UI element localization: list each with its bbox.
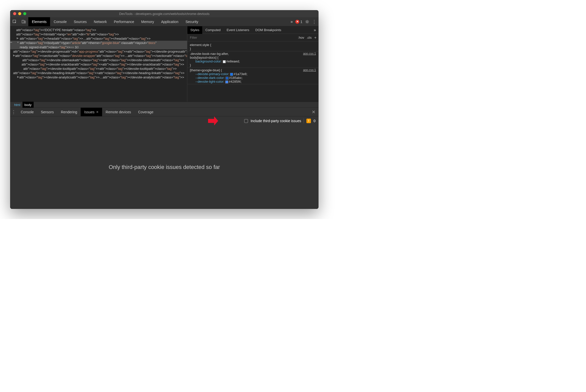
issues-count: 0	[313, 119, 315, 123]
dom-line[interactable]: attr">class="tag"><devsite-snackbarattr"…	[10, 62, 187, 67]
breadcrumb-body[interactable]: body	[22, 102, 34, 108]
overflow-tabs-button[interactable]: »	[288, 19, 295, 24]
styles-tab-styles[interactable]: Styles	[187, 26, 202, 34]
drawer-tab-remote-devices[interactable]: Remote devices	[102, 108, 134, 116]
styles-overflow-button[interactable]: »	[311, 28, 319, 32]
styles-tab-dom-breakpoints[interactable]: DOM Breakpoints	[252, 26, 284, 34]
drawer-tab-sensors[interactable]: Sensors	[37, 108, 57, 116]
error-count: 1	[300, 20, 302, 24]
source-link[interactable]: app.css:1	[303, 52, 316, 55]
device-mode-icon[interactable]	[19, 17, 28, 26]
dom-line[interactable]: ▶attr">class="tag"><headattr">class="tag…	[10, 36, 187, 41]
source-link[interactable]: app.css:1	[303, 68, 316, 72]
styles-subtabs: StylesComputedEvent ListenersDOM Breakpo…	[187, 26, 319, 34]
css-rule[interactable]: [theme=google-blue] {app.css:1--devsite-…	[187, 68, 319, 84]
zoom-window-button[interactable]	[23, 12, 26, 15]
tab-memory[interactable]: Memory	[138, 17, 158, 26]
breadcrumb-html[interactable]: html	[12, 102, 22, 108]
minimize-window-button[interactable]	[18, 12, 21, 15]
main-toolbar: ElementsConsoleSourcesNetworkPerformance…	[10, 17, 319, 26]
dom-line[interactable]: attr">class="tag"><html attr">lang="en" …	[10, 32, 187, 36]
annotation-arrow-icon	[208, 116, 219, 126]
dom-line[interactable]: attr">class="tag"><devsite-tooltipattr">…	[10, 67, 187, 71]
svg-point-3	[306, 21, 308, 23]
styles-filter-bar: :hov .cls +	[187, 34, 319, 41]
third-party-checkbox[interactable]	[244, 119, 248, 123]
dom-line[interactable]: attr">class="tag"><devsite-sitemaskattr"…	[10, 58, 187, 62]
dom-breadcrumb: htmlbody	[10, 102, 319, 108]
tab-performance[interactable]: Performance	[110, 17, 138, 26]
css-rules[interactable]: element.style {}.devsite-book-nav-bg:aft…	[187, 41, 319, 85]
css-rule[interactable]: .devsite-book-nav-bg:after,body[layout=d…	[187, 51, 319, 68]
close-tab-icon[interactable]: ✕	[96, 110, 99, 114]
toolbar-right: ✕ 1 ⋮	[295, 19, 319, 25]
css-rule[interactable]: element.style {}	[187, 42, 319, 51]
issues-body: Only third-party cookie issues detected …	[10, 125, 319, 209]
dom-line[interactable]: attr">class="tag"><!DOCTYPE htmlattr">cl…	[10, 28, 187, 32]
more-menu-icon[interactable]: ⋮	[312, 19, 317, 25]
warning-icon: !	[306, 119, 311, 123]
drawer-tab-coverage[interactable]: Coverage	[134, 108, 157, 116]
divider	[304, 118, 304, 123]
dom-line[interactable]: ▶attr">class="tag"><devsite-analyticsatt…	[10, 75, 187, 79]
traffic-lights	[13, 12, 26, 15]
issues-empty-text: Only third-party cookie issues detected …	[109, 164, 220, 170]
main-panels: attr">class="tag"><!DOCTYPE htmlattr">cl…	[10, 26, 319, 102]
drawer-menu-icon[interactable]: ⋮	[10, 109, 17, 115]
drawer-tab-issues[interactable]: Issues✕	[81, 108, 102, 116]
tab-application[interactable]: Application	[157, 17, 182, 26]
styles-tab-computed[interactable]: Computed	[202, 26, 223, 34]
svg-rect-2	[24, 21, 26, 23]
svg-rect-1	[22, 20, 24, 23]
titlebar: DevTools - developers.google.com/web/too…	[10, 10, 319, 17]
drawer-tab-rendering[interactable]: Rendering	[57, 108, 81, 116]
cls-toggle[interactable]: .cls	[307, 36, 312, 39]
dom-line[interactable]: ▶attr">class="tag"><section attr">class=…	[10, 54, 187, 58]
new-rule-button[interactable]: +	[314, 35, 317, 40]
drawer-tabs: ⋮ ConsoleSensorsRenderingIssues✕Remote d…	[10, 108, 319, 116]
styles-filter-input[interactable]	[187, 36, 298, 39]
dom-tree[interactable]: attr">class="tag"><!DOCTYPE htmlattr">cl…	[10, 26, 187, 102]
drawer-tab-console[interactable]: Console	[17, 108, 37, 116]
tab-network[interactable]: Network	[90, 17, 110, 26]
dom-line[interactable]: •••▼attr">class="tag"><body attr">type="…	[10, 41, 187, 45]
tab-security[interactable]: Security	[182, 17, 202, 26]
close-window-button[interactable]	[13, 12, 16, 15]
tab-console[interactable]: Console	[50, 17, 70, 26]
dom-line[interactable]: ready signed-inattr">class="tag">> == $0	[10, 45, 187, 49]
error-icon: ✕	[295, 20, 299, 24]
inspect-element-icon[interactable]	[10, 17, 19, 26]
main-tabs: ElementsConsoleSourcesNetworkPerformance…	[28, 17, 288, 26]
third-party-checkbox-label: Include third-party cookie issues	[251, 119, 301, 123]
issues-toolbar: Include third-party cookie issues ! 0	[10, 116, 319, 125]
styles-filter-buttons: :hov .cls +	[298, 35, 319, 40]
error-badge[interactable]: ✕ 1	[295, 20, 302, 24]
styles-panel: StylesComputedEvent ListenersDOM Breakpo…	[187, 26, 319, 102]
dom-line[interactable]: attr">class="tag"><devsite-heading-linka…	[10, 71, 187, 75]
devtools-window: DevTools - developers.google.com/web/too…	[10, 10, 319, 209]
styles-tab-event-listeners[interactable]: Event Listeners	[223, 26, 252, 34]
drawer-close-button[interactable]: ✕	[309, 109, 319, 115]
dom-line[interactable]: attr">class="tag"><devsite-progress attr…	[10, 49, 187, 54]
tab-elements[interactable]: Elements	[28, 17, 50, 26]
window-title: DevTools - developers.google.com/web/too…	[119, 12, 210, 16]
tab-sources[interactable]: Sources	[70, 17, 90, 26]
settings-icon[interactable]	[305, 19, 309, 24]
hov-toggle[interactable]: :hov	[298, 36, 304, 39]
